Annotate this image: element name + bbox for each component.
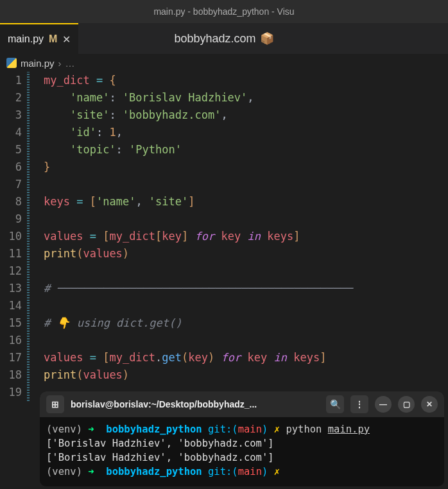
terminal-body[interactable]: (venv) ➜ bobbyhadz_python git:(main) ✗ p… [40, 417, 444, 486]
terminal-output-line: ['Borislav Hadzhiev', 'bobbyhadz.com'] [46, 450, 438, 465]
code-line[interactable]: values = [my_dict[key] for key in keys] [31, 228, 448, 245]
code-line[interactable]: 'name': 'Borislav Hadzhiev', [31, 89, 448, 107]
code-line[interactable] [31, 332, 448, 349]
terminal-output-line: ['Borislav Hadzhiev', 'bobbyhadz.com'] [46, 436, 438, 450]
code-line[interactable]: } [31, 159, 448, 176]
line-number: 17 [0, 349, 22, 366]
line-number: 2 [0, 89, 22, 107]
menu-icon[interactable]: ⋮ [350, 395, 368, 413]
line-number: 18 [0, 366, 22, 384]
code-line[interactable] [31, 210, 448, 228]
breadcrumb-more[interactable]: … [65, 58, 75, 69]
terminal-prompt-line: (venv) ➜ bobbyhadz_python git:(main) ✗ p… [46, 422, 438, 436]
line-number: 15 [0, 314, 22, 332]
line-number: 4 [0, 124, 22, 141]
window-title-bar: main.py - bobbyhadz_python - Visu [0, 0, 448, 23]
editor-tab-main-py[interactable]: main.py M ✕ [0, 23, 78, 54]
minimize-button[interactable]: — [375, 396, 392, 413]
code-line[interactable]: keys = ['name', 'site'] [31, 193, 448, 210]
line-number: 3 [0, 107, 22, 124]
line-number: 14 [0, 297, 22, 314]
line-number: 8 [0, 193, 22, 210]
line-number: 6 [0, 159, 22, 176]
code-line[interactable]: 'topic': 'Python' [31, 141, 448, 159]
code-line[interactable]: my_dict = { [31, 72, 448, 89]
box-icon: 📦 [260, 31, 274, 46]
new-tab-button[interactable]: ⊞ [46, 395, 64, 413]
close-button[interactable]: ✕ [421, 396, 438, 413]
code-line[interactable]: values = [my_dict.get(key) for key in ke… [31, 349, 448, 366]
terminal-title: borislav@borislav:~/Desktop/bobbyhadz_..… [71, 399, 320, 409]
terminal-titlebar: ⊞ borislav@borislav:~/Desktop/bobbyhadz_… [40, 391, 444, 417]
line-number: 16 [0, 332, 22, 349]
editor-tabs: main.py M ✕ bobbyhadz.com 📦 [0, 23, 448, 54]
line-number: 11 [0, 245, 22, 262]
line-number: 19 [0, 384, 22, 401]
code-line[interactable]: print(values) [31, 245, 448, 262]
code-line[interactable]: # ──────────────────────────────────────… [31, 280, 448, 297]
code-line[interactable]: print(values) [31, 366, 448, 384]
search-icon[interactable]: 🔍 [326, 395, 344, 413]
code-line[interactable] [31, 176, 448, 193]
breadcrumb[interactable]: main.py › … [0, 54, 448, 72]
python-icon [6, 58, 17, 68]
terminal-window: ⊞ borislav@borislav:~/Desktop/bobbyhadz_… [40, 391, 444, 486]
line-number: 13 [0, 280, 22, 297]
watermark-overlay: bobbyhadz.com 📦 [174, 31, 273, 46]
line-number: 1 [0, 72, 22, 89]
code-line[interactable]: 'id': 1, [31, 124, 448, 141]
terminal-prompt-line: (venv) ➜ bobbyhadz_python git:(main) ✗ [46, 465, 438, 479]
close-icon[interactable]: ✕ [62, 33, 71, 46]
code-line[interactable]: 'site': 'bobbyhadz.com', [31, 107, 448, 124]
line-number-gutter: 12345678910111213141516171819 [0, 72, 27, 401]
tab-modified-indicator: M [49, 33, 57, 45]
maximize-button[interactable]: ▢ [398, 396, 415, 413]
line-number: 9 [0, 210, 22, 228]
code-line[interactable]: # 👇 using dict.get() [31, 314, 448, 332]
window-title: main.py - bobbyhadz_python - Visu [153, 6, 294, 17]
breadcrumb-file[interactable]: main.py [21, 58, 55, 69]
watermark-text: bobbyhadz.com [174, 32, 255, 46]
line-number: 5 [0, 141, 22, 159]
tab-filename: main.py [8, 33, 44, 45]
line-number: 10 [0, 228, 22, 245]
code-line[interactable] [31, 297, 448, 314]
line-number: 7 [0, 176, 22, 193]
code-line[interactable] [31, 262, 448, 280]
code-area[interactable]: my_dict = { 'name': 'Borislav Hadzhiev',… [30, 72, 448, 401]
chevron-right-icon: › [58, 58, 62, 69]
code-editor[interactable]: 12345678910111213141516171819 my_dict = … [0, 72, 448, 401]
line-number: 12 [0, 262, 22, 280]
